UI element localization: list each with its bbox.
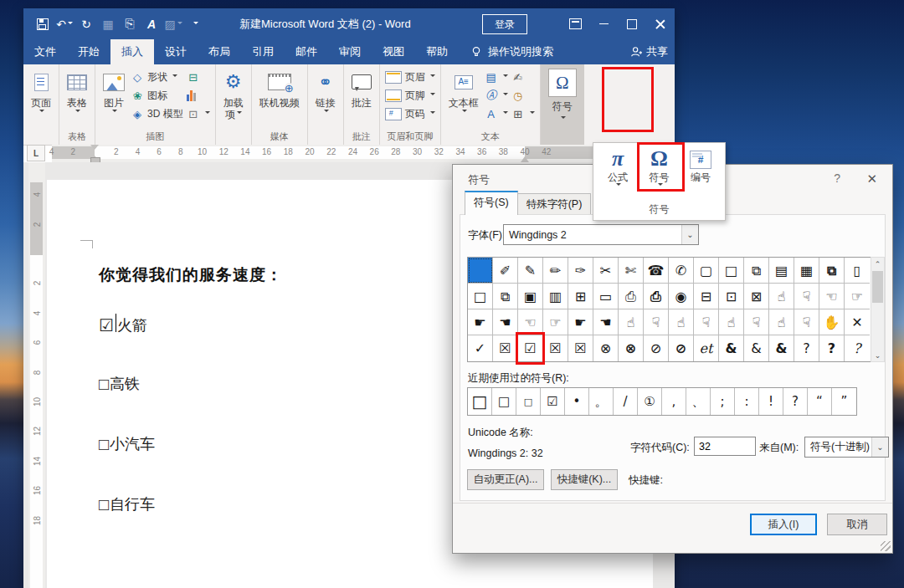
- symbol-cell[interactable]: ☑: [518, 335, 543, 361]
- recent-symbol-cell[interactable]: ;: [711, 388, 735, 415]
- header-button[interactable]: 页眉: [385, 69, 435, 84]
- 3d-models-button[interactable]: ◈3D 模型: [131, 106, 183, 121]
- symbol-cell[interactable]: ☜: [819, 284, 845, 309]
- symbol-cell[interactable]: ☟: [794, 309, 819, 335]
- object-button[interactable]: ⊞: [511, 106, 535, 121]
- ribbon-tab[interactable]: 设计: [154, 39, 198, 64]
- checklist-item[interactable]: ☑火箭: [99, 314, 147, 336]
- symbol-cell[interactable]: □: [719, 258, 744, 284]
- ribbon-tab[interactable]: 帮助: [415, 39, 459, 64]
- symbol-cell[interactable]: ☛: [468, 309, 493, 335]
- symbol-cell[interactable]: ✎: [518, 258, 543, 284]
- tab-symbols[interactable]: 符号(S): [465, 191, 518, 215]
- ribbon-tab[interactable]: 引用: [241, 39, 285, 64]
- symbol-cell[interactable]: ⊟: [694, 284, 719, 309]
- symbol-cell[interactable]: ⊘: [644, 335, 669, 361]
- addins-button[interactable]: ⚙ 加载 项: [219, 67, 248, 123]
- qat-button-2[interactable]: ⎘: [121, 15, 139, 33]
- symbol-cell[interactable]: ▭: [593, 284, 619, 309]
- font-combobox[interactable]: Wingdings 2 ⌄: [503, 224, 699, 245]
- tab-selector[interactable]: L: [27, 145, 45, 161]
- symbol-cell[interactable]: ✆: [669, 258, 694, 284]
- date-time-button[interactable]: ◷: [511, 88, 535, 103]
- recent-symbol-cell[interactable]: “: [808, 388, 832, 415]
- footer-button[interactable]: 页脚: [385, 88, 435, 103]
- recent-symbol-cell[interactable]: :: [735, 388, 759, 415]
- ribbon-tab[interactable]: 布局: [198, 39, 241, 64]
- symbol-cell[interactable]: ⊗: [619, 335, 644, 361]
- icons-button[interactable]: ❀图标: [131, 88, 183, 103]
- symbol-cell[interactable]: ☞: [543, 309, 568, 335]
- ribbon-tab[interactable]: 审阅: [328, 39, 372, 64]
- symbol-cell[interactable]: &: [719, 335, 744, 361]
- pages-button[interactable]: 页面: [27, 67, 55, 116]
- symbol-cell[interactable]: ⊡: [719, 284, 744, 309]
- table-button[interactable]: 表格: [63, 67, 91, 116]
- symbol-cell[interactable]: ⊗: [593, 335, 619, 361]
- drop-cap-button[interactable]: A: [485, 106, 508, 121]
- recent-symbol-cell[interactable]: 、: [686, 388, 711, 415]
- symbol-cell[interactable]: &: [769, 335, 794, 361]
- close-button[interactable]: [646, 8, 675, 39]
- symbol-cell[interactable]: ▦: [794, 258, 819, 284]
- symbol-button[interactable]: Ω 符号: [541, 64, 584, 145]
- symbol-cell[interactable]: ▯: [845, 258, 870, 284]
- symbol-cell[interactable]: ☝: [719, 309, 744, 335]
- ribbon-tab[interactable]: 视图: [372, 39, 415, 64]
- checklist-item[interactable]: □小汽车: [99, 434, 155, 454]
- recent-symbol-cell[interactable]: ,: [662, 388, 686, 415]
- signature-line-button[interactable]: ✍: [511, 69, 535, 84]
- page-number-button[interactable]: 页码: [385, 106, 435, 121]
- symbol-cell[interactable]: ☎: [644, 258, 669, 284]
- symbol-cell[interactable]: ◉: [669, 284, 694, 309]
- qat-customize-button[interactable]: [186, 15, 204, 33]
- wordart-button[interactable]: Ⓐ: [485, 88, 508, 103]
- smartart-button[interactable]: ⊟: [187, 69, 210, 84]
- symbol-cell[interactable]: ☒: [568, 335, 593, 361]
- symbol-cell[interactable]: ✑: [568, 258, 593, 284]
- undo-button[interactable]: ↶: [55, 15, 74, 33]
- recent-symbol-cell[interactable]: /: [614, 388, 638, 415]
- maximize-button[interactable]: [618, 8, 646, 39]
- symbol-cell[interactable]: ☝: [619, 309, 644, 335]
- symbol-cell[interactable]: [468, 258, 493, 284]
- ribbon-tab[interactable]: 开始: [67, 39, 110, 64]
- symbol-cell[interactable]: ☚: [493, 309, 518, 335]
- shortcut-key-button[interactable]: 快捷键(K)...: [551, 469, 618, 490]
- chart-button[interactable]: [187, 88, 210, 103]
- character-code-input[interactable]: [694, 437, 756, 456]
- symbol-cell[interactable]: ☒: [543, 335, 568, 361]
- symbol-cell[interactable]: ☟: [794, 284, 819, 309]
- online-video-button[interactable]: 联机视频: [255, 67, 304, 111]
- symbol-cell[interactable]: ✋: [819, 309, 845, 335]
- recent-symbol-cell[interactable]: !: [759, 388, 783, 415]
- symbol-cell[interactable]: ⎙: [644, 284, 669, 309]
- tell-me-search[interactable]: 操作说明搜索: [459, 39, 565, 64]
- symbol-cell[interactable]: □: [468, 284, 493, 309]
- recent-symbol-cell[interactable]: •: [565, 388, 589, 415]
- symbol-cell[interactable]: ✂: [593, 258, 619, 284]
- checklist-item[interactable]: □自行车: [99, 494, 155, 514]
- recent-symbol-cell[interactable]: ”: [832, 388, 856, 415]
- symbol-cell[interactable]: ⧉: [493, 284, 518, 309]
- equation-menu-item[interactable]: π 公式: [598, 146, 637, 188]
- minimize-button[interactable]: [589, 8, 618, 39]
- scroll-down-icon[interactable]: ⌄: [871, 349, 884, 361]
- checklist-item[interactable]: □高铁: [99, 374, 140, 394]
- symbol-cell[interactable]: ☞: [845, 284, 870, 309]
- picture-button[interactable]: 图片: [99, 67, 129, 116]
- ribbon-tab[interactable]: 文件: [23, 39, 67, 64]
- tab-special-characters[interactable]: 特殊字符(P): [517, 193, 592, 215]
- signin-button[interactable]: 登录: [482, 14, 527, 34]
- insert-button[interactable]: 插入(I): [750, 514, 817, 535]
- screenshot-button[interactable]: ⊡: [187, 106, 210, 121]
- shapes-button[interactable]: ◇形状: [131, 69, 183, 84]
- redo-button[interactable]: ↻: [77, 15, 95, 33]
- symbol-cell[interactable]: ☛: [568, 309, 593, 335]
- dialog-help-button[interactable]: ?: [834, 171, 840, 185]
- recent-symbol-cell[interactable]: ①: [638, 388, 662, 415]
- cancel-button[interactable]: 取消: [827, 514, 887, 535]
- symbol-cell[interactable]: et: [694, 335, 719, 361]
- symbol-cell[interactable]: &: [744, 335, 769, 361]
- ribbon-tab[interactable]: 插入: [110, 39, 154, 64]
